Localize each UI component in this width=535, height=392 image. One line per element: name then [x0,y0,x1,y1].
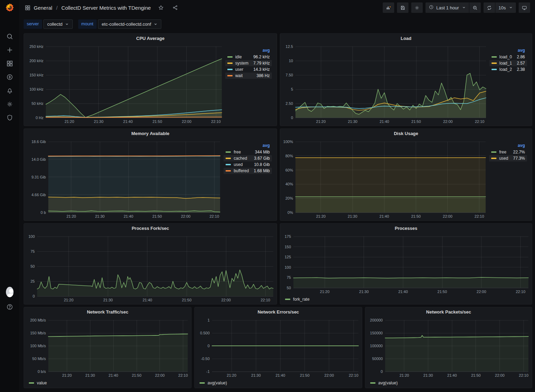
network-errors-legend: avg(value) [196,379,360,387]
svg-text:250 kHz: 250 kHz [30,44,43,49]
processes-chart[interactable]: 507510012515017521:2021:3021:4021:5022:0… [282,233,530,295]
refresh-interval-label: 10s [498,5,506,10]
svg-text:22:00: 22:00 [477,290,486,294]
legend-item-used[interactable]: used10.8 Gib [224,161,272,168]
panel-title[interactable]: Load [280,34,532,43]
variable-mount-value[interactable]: etc-collectd-collectd.conf [98,19,161,29]
save-dashboard-button[interactable] [397,2,408,13]
process-fork-chart[interactable]: 025507510021:2021:3021:4021:5022:0022:10 [25,233,275,303]
legend-swatch [491,151,496,153]
legend-item-load_2[interactable]: load_22.38 [489,66,527,73]
refresh-picker: 10s [484,2,516,13]
legend-series-value: 2.86 [512,55,525,59]
legend-item-free[interactable]: free22.7% [489,149,527,155]
zoom-out-button[interactable] [469,2,481,13]
legend-series-name: system [235,61,249,66]
panel-cpu-average: CPU Average 0 Hz50 kHz100 kHz150 kHz200 … [24,33,277,126]
breadcrumb-separator: / [55,5,58,11]
legend-item-load_0[interactable]: load_02.86 [489,54,527,60]
user-avatar[interactable] [6,288,14,296]
dashboard-settings-button[interactable] [411,2,423,13]
svg-text:21:50: 21:50 [132,373,141,377]
help-icon[interactable] [6,303,14,311]
legend-item-used[interactable]: used77.3% [489,155,527,161]
share-icon[interactable] [171,3,179,12]
network-packets-chart[interactable]: 05000010000015000020000021:2021:3021:402… [367,317,530,379]
alerting-bell-icon[interactable] [6,87,14,94]
legend-item-load_1[interactable]: load_12.57 [489,60,527,66]
svg-text:21:20: 21:20 [399,373,409,377]
breadcrumb-folder[interactable]: General [34,5,52,11]
toolbar: Last 1 hour 10s [383,2,530,13]
legend-series-value: 2.57 [512,61,525,66]
refresh-button[interactable] [484,2,495,13]
panel-title[interactable]: Memory Available [24,129,277,138]
server-admin-shield-icon[interactable] [6,114,14,122]
legend-series-value: 386 Hz [252,73,270,78]
legend-item-avg(value)[interactable]: avg(value) [370,381,398,385]
memory-available-chart[interactable]: 0 b4.66 Gib9.31 Gib14.0 Gib18.6 Gib21:20… [25,138,222,220]
panel-title[interactable]: Disk Usage [280,129,532,138]
panel-title[interactable]: Processes [280,224,532,233]
configuration-gear-icon[interactable] [6,100,14,108]
sidebar [0,0,19,392]
svg-text:-1: -1 [206,369,210,374]
svg-text:4.66 Gib: 4.66 Gib [31,193,46,197]
legend-item-system[interactable]: system7.79 kHz [225,60,272,66]
cpu-average-chart[interactable]: 0 Hz50 kHz100 kHz150 kHz200 kHz250 kHz21… [25,43,224,125]
cycle-view-mode-button[interactable] [519,2,530,13]
create-plus-icon[interactable] [6,46,14,54]
dashboard-title[interactable]: CollectD Server Metrics with TDengine [62,5,151,11]
refresh-interval-button[interactable]: 10s [495,2,516,13]
legend-item-idle[interactable]: idle96.2 kHz [225,54,272,60]
svg-text:21:50: 21:50 [411,119,421,124]
time-range-button[interactable]: Last 1 hour [425,2,469,13]
breadcrumb: General / CollectD Server Metrics with T… [25,3,179,12]
legend-item-buffered[interactable]: buffered1.68 Mib [224,168,272,174]
load-legend: avgload_02.86load_12.57load_22.38 [488,43,530,125]
svg-text:0%: 0% [287,210,293,215]
svg-text:9.31 Gib: 9.31 Gib [31,175,46,179]
legend-item-user[interactable]: user14.3 kHz [225,66,272,73]
svg-text:21:40: 21:40 [276,373,285,377]
svg-text:21:20: 21:20 [227,373,236,377]
legend-item-cached[interactable]: cached3.67 Gib [224,155,272,161]
legend-swatch [29,382,34,384]
legend-item-fork_rate[interactable]: fork_rate [285,297,309,302]
legend-item-wait[interactable]: wait386 Hz [225,73,272,79]
legend-series-value: 3.67 Gib [249,156,270,161]
panel-title[interactable]: CPU Average [24,34,277,43]
grafana-logo-icon[interactable] [5,2,15,13]
star-icon[interactable] [157,3,165,12]
add-panel-button[interactable] [383,2,394,13]
legend-item-free[interactable]: free344 Mib [224,149,272,155]
svg-text:21:50: 21:50 [471,373,481,377]
chevron-down-icon [154,22,157,26]
variable-mount-label[interactable]: mount [78,19,97,29]
panel-title[interactable]: Network Packets/sec [365,307,532,317]
network-errors-chart[interactable]: -1-0.5000.500121:2021:3021:4021:5022:002… [196,317,360,379]
network-traffic-chart[interactable]: 0 b/s50 Mb/s100 Mb/s150 Mb/s200 Mb/s21:2… [25,317,190,379]
disk-usage-chart[interactable]: 0%20%40%60%80%100%21:2021:3021:4021:5022… [282,138,488,220]
explore-compass-icon[interactable] [6,73,14,81]
variable-server-value[interactable]: collectd [43,19,73,29]
svg-text:22:10: 22:10 [516,290,526,294]
svg-text:21:50: 21:50 [153,119,162,124]
legend-item-value[interactable]: value [29,381,47,385]
svg-text:60%: 60% [285,168,293,172]
clock-icon [429,5,434,11]
dashboards-icon[interactable] [6,60,14,67]
panel-title[interactable]: Network Errors/sec [195,307,362,317]
variable-server-label[interactable]: server [24,19,42,29]
legend-swatch [226,158,231,159]
search-icon[interactable] [6,33,14,40]
panel-title[interactable]: Process Fork/sec [24,224,277,233]
svg-text:22:00: 22:00 [495,373,505,377]
legend-item-avg(value)[interactable]: avg(value) [200,381,227,385]
svg-text:21:50: 21:50 [182,298,192,302]
svg-text:100%: 100% [283,140,293,144]
dashboard-grid-icon [25,5,31,11]
load-chart[interactable]: 02.5057.501012.521:2021:3021:4021:5022:0… [282,43,488,125]
svg-text:0 b: 0 b [41,210,46,215]
panel-title[interactable]: Network Traffic/sec [24,307,191,317]
